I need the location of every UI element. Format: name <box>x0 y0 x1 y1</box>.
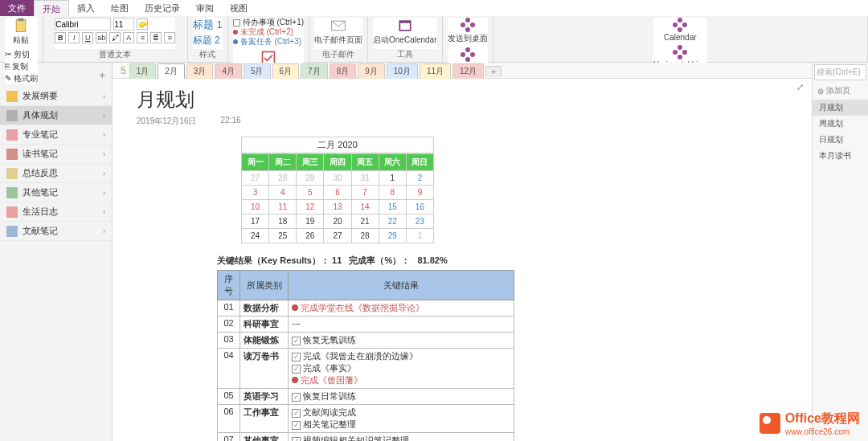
macro-calendar[interactable]: Calendar <box>664 18 697 42</box>
calendar-day[interactable]: 3 <box>242 186 269 200</box>
send-desktop-button[interactable]: 发送到桌面 <box>448 18 488 44</box>
checkbox-icon[interactable]: ✓ <box>292 337 301 345</box>
search-input[interactable]: 搜索(Ctrl+E) <box>814 64 866 80</box>
tab-insert[interactable]: 插入 <box>69 0 103 16</box>
paste-button[interactable]: 粘贴 <box>13 18 29 46</box>
bullet-button[interactable]: ≡ <box>137 32 148 43</box>
page-list-item[interactable]: 本月读书 <box>813 148 868 164</box>
calendar-day[interactable]: 21 <box>351 214 379 229</box>
calendar-day[interactable]: 6 <box>324 186 351 200</box>
star-icon[interactable]: 5 <box>117 65 129 76</box>
calendar-day[interactable]: 29 <box>379 229 406 243</box>
calendar-day[interactable]: 17 <box>242 214 269 229</box>
calendar-day[interactable]: 18 <box>269 214 297 229</box>
tab-review[interactable]: 审阅 <box>188 0 222 16</box>
section-tab[interactable]: 1月 <box>129 63 157 79</box>
tab-home[interactable]: 开始 <box>34 0 69 16</box>
calendar-day[interactable]: 2 <box>406 171 433 186</box>
section-tab[interactable]: 10月 <box>387 63 418 79</box>
checkbox-icon[interactable]: ✓ <box>292 393 301 402</box>
calendar-day[interactable]: 8 <box>379 186 406 200</box>
notebook-item[interactable]: 其他笔记› <box>0 183 112 202</box>
calendar-day[interactable]: 1 <box>406 229 433 243</box>
page-body[interactable]: ⤢ 月规划 2019年12月16日22:16 二月 2020 周一周二周三周四周… <box>113 79 812 441</box>
format-painter-button[interactable]: ✎ 格式刷 <box>5 73 38 84</box>
copy-button[interactable]: ⎘ 复制 <box>5 61 38 72</box>
section-tab[interactable]: 7月 <box>301 63 328 79</box>
calendar-day[interactable]: 24 <box>242 229 269 243</box>
notebook-item[interactable]: 发展纲要› <box>0 87 112 106</box>
calendar-day[interactable]: 15 <box>379 200 406 214</box>
calendar-day[interactable]: 29 <box>297 171 324 186</box>
calendar-day[interactable]: 11 <box>269 200 297 214</box>
notebook-item[interactable]: 专业笔记› <box>0 125 112 145</box>
style-h2[interactable]: 标题 2 <box>193 34 223 47</box>
calendar-day[interactable]: 30 <box>324 171 351 186</box>
strike-button[interactable]: ab <box>96 32 107 43</box>
section-tab[interactable]: 4月 <box>215 63 242 79</box>
notebook-item[interactable]: 读书笔记› <box>0 145 112 164</box>
calendar-day[interactable]: 16 <box>406 200 433 214</box>
section-tab[interactable]: 12月 <box>452 63 484 79</box>
calendar-day[interactable]: 14 <box>351 200 379 214</box>
email-page-button[interactable]: 电子邮件页面 <box>314 18 362 46</box>
section-tab[interactable]: 11月 <box>420 63 451 79</box>
italic-button[interactable]: I <box>68 32 80 43</box>
underline-button[interactable]: U <box>82 32 93 43</box>
bold-button[interactable]: B <box>55 32 66 43</box>
calendar-day[interactable]: 28 <box>351 229 379 243</box>
style-gallery[interactable]: 标题 1 标题 2 <box>193 18 223 47</box>
add-notebook-icon[interactable]: + <box>99 69 105 81</box>
calendar-day[interactable]: 12 <box>297 200 324 214</box>
section-tab[interactable]: 8月 <box>330 63 357 79</box>
calendar-day[interactable]: 10 <box>242 200 269 214</box>
checkbox-icon[interactable]: ✓ <box>292 421 301 430</box>
font-color-button[interactable]: A <box>123 32 134 43</box>
section-tab[interactable]: 6月 <box>272 63 300 79</box>
calendar-day[interactable]: 26 <box>297 229 324 243</box>
add-section-button[interactable]: + <box>485 66 502 77</box>
calendar-day[interactable]: 22 <box>379 214 406 229</box>
font-size-input[interactable] <box>113 18 134 31</box>
page-list-item[interactable]: 月规划 <box>813 100 868 116</box>
onecalendar-button[interactable]: 启动OneCalendar <box>373 18 436 46</box>
calendar-day[interactable]: 20 <box>324 214 351 229</box>
align-button[interactable]: ≡ <box>164 32 175 43</box>
clear-format-button[interactable]: 🧽 <box>137 18 148 30</box>
number-button[interactable]: ≣ <box>150 32 162 43</box>
tab-file[interactable]: 文件 <box>0 0 34 16</box>
expand-icon[interactable]: ⤢ <box>796 82 804 92</box>
tag-gallery[interactable]: 待办事项 (Ctrl+1) 未完成 (Ctrl+2) 备案任务 (Ctrl+3) <box>233 18 304 47</box>
calendar-day[interactable]: 25 <box>269 229 297 243</box>
calendar-day[interactable]: 27 <box>242 171 269 186</box>
calendar-day[interactable]: 5 <box>297 186 324 200</box>
checkbox-icon[interactable]: ✓ <box>292 365 301 374</box>
notebook-item[interactable]: 生活日志› <box>0 202 112 222</box>
style-h1[interactable]: 标题 1 <box>193 18 223 32</box>
notebook-item[interactable]: 文献笔记› <box>0 222 112 241</box>
section-tab[interactable]: 2月 <box>158 63 185 79</box>
calendar-day[interactable]: 13 <box>324 200 351 214</box>
tab-history[interactable]: 历史记录 <box>137 0 188 16</box>
notebook-item[interactable]: 总结反思› <box>0 164 112 183</box>
page-title[interactable]: 月规划 <box>137 87 788 112</box>
calendar-day[interactable]: 23 <box>406 214 433 229</box>
section-tab[interactable]: 5月 <box>244 63 271 79</box>
checkbox-icon[interactable]: ✓ <box>292 409 301 418</box>
section-tab[interactable]: 9月 <box>358 63 385 79</box>
calendar-day[interactable]: 28 <box>269 171 297 186</box>
checkbox-icon[interactable]: ✓ <box>292 437 301 441</box>
section-tab[interactable]: 3月 <box>186 63 214 79</box>
checkbox-icon[interactable]: ✓ <box>292 353 301 361</box>
tab-draw[interactable]: 绘图 <box>103 0 137 16</box>
calendar-day[interactable]: 4 <box>269 186 297 200</box>
page-list-item[interactable]: 周规划 <box>813 116 868 132</box>
tab-view[interactable]: 视图 <box>222 0 256 16</box>
calendar-day[interactable]: 31 <box>351 171 379 186</box>
highlight-button[interactable]: 🖍 <box>109 32 121 43</box>
calendar-day[interactable]: 7 <box>351 186 379 200</box>
notebook-item[interactable]: 具体规划› <box>0 106 112 125</box>
cut-button[interactable]: ✂ 剪切 <box>5 49 38 60</box>
font-name-input[interactable] <box>55 18 111 31</box>
calendar-day[interactable]: 19 <box>297 214 324 229</box>
